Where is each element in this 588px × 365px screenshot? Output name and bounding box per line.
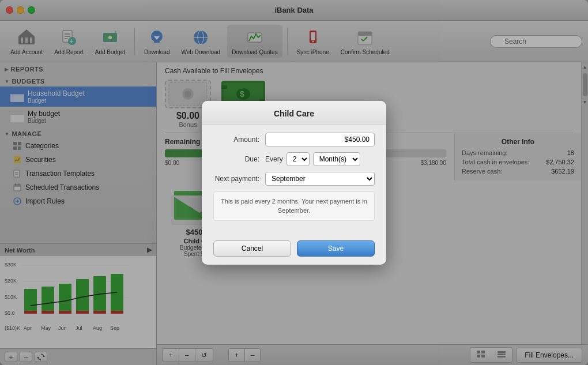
save-button[interactable]: Save <box>297 240 375 257</box>
modal-info-text: This is paid every 2 months. Your next p… <box>213 191 375 221</box>
modal-overlay: Child Care Amount: Due: Every 213 Month(… <box>0 0 588 365</box>
modal-buttons: Cancel Save <box>202 236 386 265</box>
modal-title: Child Care <box>202 101 386 125</box>
child-care-modal: Child Care Amount: Due: Every 213 Month(… <box>202 101 386 265</box>
modal-next-payment-row: Next payment: SeptemberOctoberNovember <box>213 172 375 186</box>
cancel-button[interactable]: Cancel <box>213 240 291 257</box>
every-label: Every <box>265 155 283 163</box>
amount-label: Amount: <box>213 136 265 144</box>
due-label: Due: <box>213 155 265 163</box>
modal-body: Amount: Due: Every 213 Month(s)Week(s)Ye… <box>202 125 386 236</box>
due-period-select[interactable]: Month(s)Week(s)Year(s) <box>313 152 360 166</box>
modal-due-row: Due: Every 213 Month(s)Week(s)Year(s) <box>213 152 375 166</box>
due-num-select[interactable]: 213 <box>287 152 310 166</box>
modal-amount-row: Amount: <box>213 133 375 146</box>
due-selects: Every 213 Month(s)Week(s)Year(s) <box>265 152 375 166</box>
next-payment-label: Next payment: <box>213 175 265 183</box>
amount-input[interactable] <box>265 133 375 146</box>
next-payment-select[interactable]: SeptemberOctoberNovember <box>265 172 375 186</box>
